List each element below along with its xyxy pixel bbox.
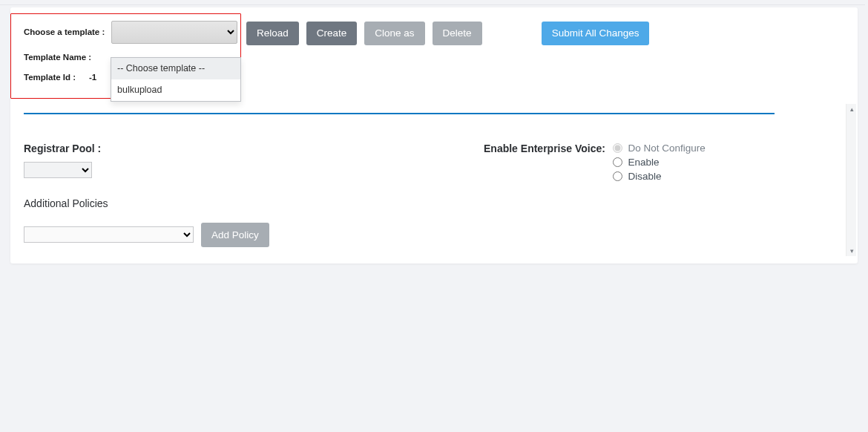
additional-policy-select[interactable] [24, 226, 194, 243]
ev-radio-enable-label: Enable [628, 157, 660, 168]
ev-radio-enable[interactable] [613, 157, 622, 167]
form-left-column: Registrar Pool : Additional Policies Add… [24, 143, 439, 247]
submit-all-button[interactable]: Submit All Changes [542, 22, 650, 45]
choose-template-label: Choose a template : [24, 26, 111, 39]
form-area: Registrar Pool : Additional Policies Add… [24, 143, 844, 247]
main-card: Choose a template : Template Name : Temp… [10, 7, 858, 264]
form-right-column: Enable Enterprise Voice: Do Not Configur… [484, 143, 844, 247]
tab-underline [24, 113, 775, 114]
template-name-label: Template Name : [24, 51, 111, 64]
add-policy-button[interactable]: Add Policy [201, 223, 269, 247]
enterprise-voice-label: Enable Enterprise Voice: [484, 143, 605, 154]
enterprise-voice-group: Do Not Configure Enable Disable [613, 143, 706, 185]
scroll-up-arrow[interactable]: ▴ [846, 104, 857, 114]
template-id-label: Template Id : [24, 71, 111, 84]
registrar-pool-label: Registrar Pool : [24, 143, 439, 154]
additional-policies-label: Additional Policies [24, 197, 439, 209]
ev-radio-do-not-configure[interactable] [613, 143, 622, 153]
dropdown-option-placeholder[interactable]: -- Choose template -- [111, 58, 240, 79]
clone-as-button[interactable]: Clone as [364, 22, 424, 45]
reload-button[interactable]: Reload [246, 22, 299, 45]
scroll-down-arrow[interactable]: ▾ [846, 246, 857, 256]
template-dropdown-list[interactable]: -- Choose template -- bulkupload [111, 57, 241, 102]
registrar-pool-select[interactable] [24, 162, 92, 178]
dropdown-option-bulkupload[interactable]: bulkupload [111, 79, 240, 101]
vertical-scrollbar[interactable]: ▴ ▾ [846, 104, 856, 256]
template-block: Choose a template : Template Name : Temp… [24, 21, 239, 92]
delete-button[interactable]: Delete [433, 22, 482, 45]
template-id-value: -1 [89, 71, 96, 84]
ev-radio-do-not-configure-label: Do Not Configure [628, 143, 706, 154]
ev-radio-disable[interactable] [613, 171, 622, 181]
create-button[interactable]: Create [306, 22, 358, 45]
buttons-row: Reload Create Clone as Delete Submit All… [246, 21, 649, 45]
choose-template-select[interactable] [111, 21, 237, 44]
toolbar-row: Choose a template : Template Name : Temp… [24, 21, 844, 92]
ev-radio-disable-label: Disable [628, 171, 662, 182]
